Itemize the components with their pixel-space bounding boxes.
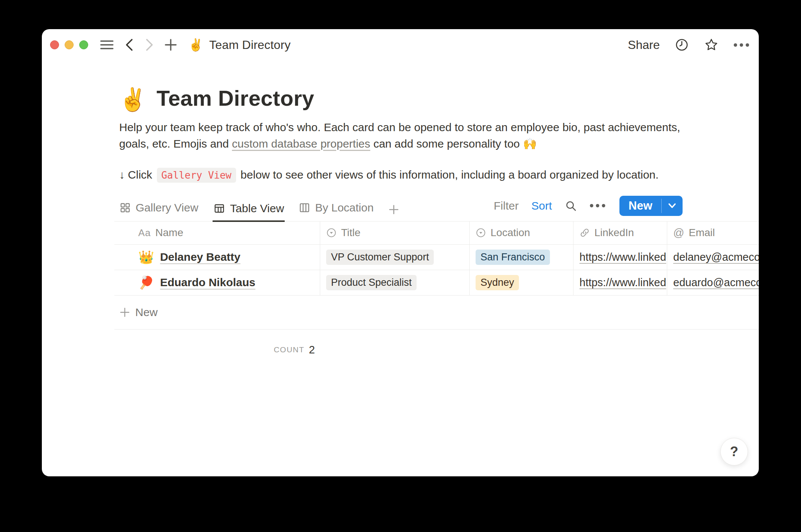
table-row: 🏓 Eduardo Nikolaus Product Specialist Sy… [114,270,759,296]
board-icon [299,202,310,213]
page-icon-emoji[interactable]: ✌️ [119,89,147,111]
tab-by-location[interactable]: By Location [298,201,374,221]
column-header-name[interactable]: Aa Name [114,222,320,244]
email-link[interactable]: delaney@acmecor [673,251,759,263]
desktop: ✌️ Team Directory Share ✌️ Team Director… [0,0,801,532]
add-row-button[interactable]: New [114,296,759,329]
back-icon[interactable] [125,38,134,51]
sidebar-toggle-icon[interactable] [100,40,114,50]
title-tag: Product Specialist [326,275,417,290]
location-tag: Sydney [476,275,519,290]
title-tag: VP Customer Support [326,250,434,265]
table-icon [213,203,225,214]
share-button[interactable]: Share [628,38,660,52]
new-button-label: New [619,196,661,216]
cell-linkedin[interactable]: https://www.linked [573,245,667,270]
minimize-window-button[interactable] [65,40,74,49]
more-options-icon[interactable] [734,43,749,47]
row-emoji: 👑 [138,251,154,263]
column-title-label: Title [341,227,361,239]
gallery-hint-line: ↓ Click Gallery View below to see other … [119,168,759,181]
linkedin-url-link[interactable]: https://www.linked [579,251,666,263]
tab-table-label: Table View [230,202,284,215]
add-row-label: New [135,306,158,319]
email-link[interactable]: eduardo@acmeco [673,276,759,289]
doc-emoji: ✌️ [188,39,203,51]
gallery-icon [120,202,131,213]
new-record-button[interactable]: New [619,196,683,216]
person-name-link[interactable]: Delaney Beatty [160,251,240,263]
view-tabs: Gallery View Table View By Location [119,201,401,221]
cell-location[interactable]: San Francisco [470,245,573,270]
new-button-chevron-down-icon[interactable] [662,196,683,216]
page-header: ✌️ Team Directory [119,86,759,111]
traffic-lights [50,40,88,49]
gallery-view-code-chip: Gallery View [157,168,236,183]
text-property-icon: Aa [138,227,151,239]
description-line2-after: can add some personality too 🙌 [370,137,537,150]
forward-icon[interactable] [145,38,154,51]
calculation-row: count 2 [114,329,759,370]
down-arrow-glyph: ↓ [119,168,125,181]
column-header-location[interactable]: Location [470,222,573,244]
count-value: 2 [309,344,315,356]
tab-gallery-label: Gallery View [136,201,198,214]
sort-button[interactable]: Sort [531,200,552,212]
column-header-email[interactable]: @ Email [667,222,759,244]
table-controls: Filter Sort New [494,196,683,221]
new-tab-icon[interactable] [164,38,177,51]
titlebar: ✌️ Team Directory Share [42,29,759,55]
row-emoji: 🏓 [138,276,154,289]
tab-by-location-label: By Location [315,201,374,214]
cell-email[interactable]: eduardo@acmeco [667,270,759,295]
doc-title: Team Directory [209,38,291,52]
view-options-icon[interactable] [590,204,605,207]
select-property-icon [476,228,486,238]
person-name-link[interactable]: Eduardo Nikolaus [160,276,255,289]
cell-name[interactable]: 🏓 Eduardo Nikolaus [114,270,320,295]
history-clock-icon[interactable] [675,38,689,52]
hint-text-before: Click [125,168,155,181]
close-window-button[interactable] [50,40,59,49]
plus-icon [120,307,130,318]
description-line2-before: goals, etc. Emojis and [119,137,232,150]
count-calculation[interactable]: count 2 [114,330,320,370]
count-label: count [274,345,304,354]
hint-text-after: below to see other views of this informa… [238,168,659,181]
add-view-icon[interactable] [388,204,401,221]
url-property-icon [579,228,590,238]
table-view: Aa Name Title Location LinkedIn [114,222,759,370]
cell-location[interactable]: Sydney [470,270,573,295]
view-toolbar: Gallery View Table View By Location [114,198,759,222]
zoom-window-button[interactable] [79,40,88,49]
cell-title[interactable]: VP Customer Support [320,245,470,270]
column-header-linkedin[interactable]: LinkedIn [573,222,667,244]
cell-linkedin[interactable]: https://www.linked [573,270,667,295]
cell-email[interactable]: delaney@acmecor [667,245,759,270]
cell-name[interactable]: 👑 Delaney Beatty [114,245,320,270]
filter-button[interactable]: Filter [494,200,519,212]
custom-properties-link[interactable]: custom database properties [232,137,370,150]
email-property-icon: @ [673,227,684,239]
tab-table-view[interactable]: Table View [213,202,285,222]
column-email-label: Email [689,227,715,239]
table-row: 👑 Delaney Beatty VP Customer Support San… [114,245,759,270]
tab-gallery-view[interactable]: Gallery View [119,201,199,221]
column-header-title[interactable]: Title [320,222,470,244]
column-name-label: Name [155,227,183,239]
help-button[interactable]: ? [720,438,748,466]
favorite-star-icon[interactable] [704,38,719,52]
table-header-row: Aa Name Title Location LinkedIn [114,222,759,245]
column-linkedin-label: LinkedIn [594,227,634,239]
location-tag: San Francisco [476,250,550,265]
linkedin-url-link[interactable]: https://www.linked [579,276,666,289]
page-title: Team Directory [157,86,314,111]
notion-window: ✌️ Team Directory Share ✌️ Team Director… [42,29,759,476]
column-location-label: Location [491,227,530,239]
cell-title[interactable]: Product Specialist [320,270,470,295]
select-property-icon [326,228,337,238]
page-content: ✌️ Team Directory Help your team keep tr… [42,86,759,370]
page-description: Help your team keep track of who's who. … [119,119,724,152]
search-icon[interactable] [565,200,577,212]
titlebar-actions: Share [628,38,749,52]
